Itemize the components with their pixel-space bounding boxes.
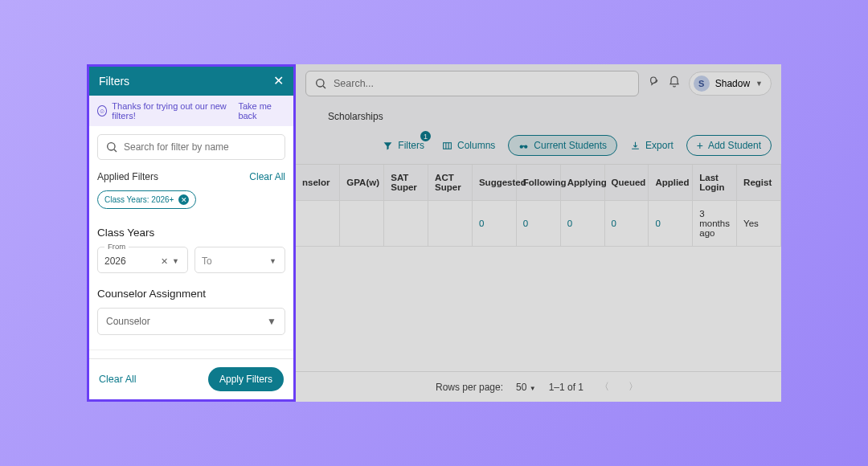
svg-point-0 [108,143,115,150]
filters-title: Filters [99,75,129,88]
section-title-counselor: Counselor Assignment [97,288,285,300]
column-header[interactable]: Queued [604,165,649,201]
column-header[interactable]: Regist [737,165,781,201]
svg-line-1 [114,149,117,152]
filter-chip-class-years: Class Years: 2026+ ✕ [97,190,196,209]
filters-panel: Filters ✕ ☺ Thanks for trying out our ne… [87,64,296,402]
filter-search-input[interactable] [124,141,277,153]
columns-icon [442,141,452,151]
column-header[interactable]: nselor [296,165,340,201]
column-header[interactable]: Following [516,165,560,201]
students-table: nselorGPA(w)SAT SuperACT SuperSuggestedF… [296,164,781,371]
svg-point-2 [317,80,324,87]
chevron-down-icon[interactable]: ▼ [267,316,276,327]
svg-point-8 [524,145,527,148]
cell: 3 months ago [693,201,737,247]
export-button[interactable]: Export [625,136,678,155]
section-title-class-years: Class Years [97,227,285,239]
cell [428,201,473,247]
svg-rect-9 [523,145,525,146]
user-name: Shadow [715,78,750,89]
cell[interactable]: 0 [560,201,604,247]
column-header[interactable]: Suggested [472,165,516,201]
column-header[interactable]: Applied [649,165,693,201]
filters-button[interactable]: Filters 1 [378,136,429,155]
rows-per-page-select[interactable]: 50 ▼ [516,382,536,393]
chevron-down-icon: ▼ [755,80,763,88]
subnav-scholarships[interactable]: Scholarships [296,103,781,130]
apply-filters-button[interactable]: Apply Filters [208,367,284,391]
counselor-placeholder: Counselor [106,316,150,327]
search-icon [314,77,327,90]
cell [384,201,428,247]
funnel-icon [383,141,393,151]
columns-button[interactable]: Columns [437,136,500,155]
avatar: S [694,76,710,92]
class-years-from-select[interactable]: From 2026 ✕ ▼ [97,247,188,273]
cell [296,201,340,247]
svg-point-7 [520,145,523,148]
counselor-select[interactable]: Counselor ▼ [97,308,285,335]
user-menu[interactable]: S Shadow ▼ [689,72,772,96]
pagination: Rows per page: 50 ▼ 1–1 of 1 〈 〉 [296,371,781,402]
from-value: 2026 [104,255,126,267]
cell[interactable]: 0 [649,201,693,247]
clear-all-link[interactable]: Clear All [249,171,285,182]
chevron-down-icon[interactable]: ▼ [170,257,181,265]
banner-action-link[interactable]: Take me back [238,101,285,121]
table-row[interactable]: 000003 months agoYes [296,201,781,247]
from-float-label: From [104,242,129,251]
chip-remove-icon[interactable]: ✕ [178,194,189,205]
main-area: S Shadow ▼ Scholarships Filters 1 Column… [296,64,781,402]
filters-footer: Clear All Apply Filters [89,358,293,399]
column-header[interactable]: GPA(w) [340,165,384,201]
class-years-to-select[interactable]: To ▼ [194,247,285,273]
toolbar: Filters 1 Columns Current Students Expor… [296,130,781,164]
add-student-button[interactable]: + Add Student [686,135,772,156]
filters-banner: ☺ Thanks for trying out our new filters!… [89,96,293,126]
smile-icon: ☺ [97,105,107,117]
bell-icon[interactable] [668,76,681,92]
filters-header: Filters ✕ [89,67,293,96]
column-header[interactable]: Last Login [693,165,737,201]
topbar: S Shadow ▼ [296,64,781,103]
plus-icon: + [697,140,703,151]
chip-label: Class Years: 2026+ [104,195,174,204]
binoculars-icon [518,141,529,151]
rows-per-page-label: Rows per page: [436,382,503,393]
global-search[interactable] [305,71,639,96]
filter-search[interactable] [97,134,285,160]
cell[interactable]: 0 [516,201,560,247]
column-header[interactable]: Applying [560,165,604,201]
close-icon[interactable]: ✕ [273,75,284,88]
cell: Yes [737,201,781,247]
svg-rect-4 [444,142,452,149]
filters-badge: 1 [420,131,431,141]
global-search-input[interactable] [334,78,630,89]
chevron-down-icon[interactable]: ▼ [268,257,278,265]
prev-page-button[interactable]: 〈 [596,380,612,394]
footer-clear-all[interactable]: Clear All [99,374,137,385]
next-page-button[interactable]: 〉 [625,380,641,394]
clear-from-icon[interactable]: ✕ [158,256,170,267]
applied-filters-label: Applied Filters [97,171,158,182]
column-header[interactable]: ACT Super [428,165,473,201]
cell [340,201,384,247]
page-range: 1–1 of 1 [549,382,583,393]
banner-text: Thanks for trying out our new filters! [112,101,233,121]
cell[interactable]: 0 [604,201,649,247]
cell[interactable]: 0 [472,201,516,247]
svg-line-3 [323,86,326,88]
current-students-button[interactable]: Current Students [508,135,617,156]
download-icon [630,141,641,151]
search-icon [105,141,118,153]
column-header[interactable]: SAT Super [384,165,428,201]
section-student-details[interactable]: Student Details ⌃ [89,350,293,358]
chat-icon[interactable] [647,76,660,92]
to-label: To [202,255,212,267]
